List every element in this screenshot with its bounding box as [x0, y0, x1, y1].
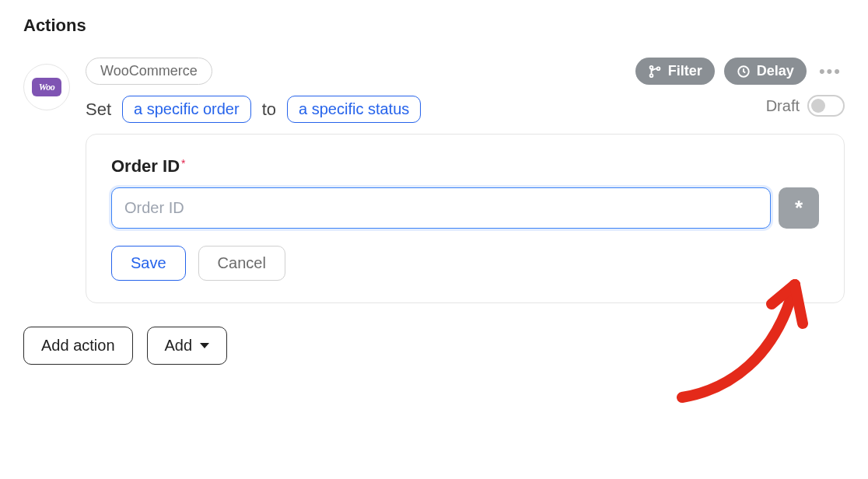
status-token[interactable]: a specific status: [287, 96, 421, 123]
save-button[interactable]: Save: [111, 246, 186, 281]
order-id-label: Order ID: [111, 156, 180, 177]
integration-avatar: Woo: [23, 64, 70, 110]
footer-row: Add action Add: [23, 327, 845, 365]
clock-icon: [737, 65, 751, 79]
token-picker-button[interactable]: *: [779, 187, 819, 229]
sentence-prefix: Set: [86, 100, 111, 120]
order-token[interactable]: a specific order: [122, 96, 251, 123]
woocommerce-logo-icon: Woo: [32, 78, 61, 96]
sentence-middle: to: [262, 100, 276, 120]
filter-button[interactable]: Filter: [635, 58, 715, 85]
editor-button-row: Save Cancel: [111, 246, 819, 281]
add-dropdown-button[interactable]: Add: [147, 327, 228, 365]
add-label: Add: [165, 337, 193, 355]
action-body: WooCommerce Filter Delay ••• Set a speci…: [86, 58, 845, 303]
required-mark: *: [181, 157, 185, 170]
action-block: Woo WooCommerce Filter Delay ••• Set: [23, 58, 845, 303]
draft-label: Draft: [766, 97, 800, 115]
input-row: *: [111, 187, 819, 229]
branch-icon: [648, 65, 662, 79]
header-row: WooCommerce Filter Delay •••: [86, 58, 845, 85]
add-action-button[interactable]: Add action: [23, 327, 133, 365]
svg-point-2: [656, 67, 660, 70]
more-icon[interactable]: •••: [816, 61, 845, 82]
draft-toggle[interactable]: [807, 95, 845, 117]
svg-point-1: [649, 74, 653, 77]
section-title: Actions: [23, 16, 845, 36]
delay-button[interactable]: Delay: [724, 58, 807, 85]
editor-card: Order ID* * Save Cancel: [86, 134, 845, 303]
toggle-knob: [811, 99, 825, 113]
svg-point-0: [649, 65, 653, 68]
cancel-button[interactable]: Cancel: [198, 246, 285, 281]
field-label-wrap: Order ID*: [111, 156, 819, 187]
filter-label: Filter: [668, 63, 702, 79]
chevron-down-icon: [200, 343, 209, 348]
delay-label: Delay: [757, 63, 794, 79]
order-id-input[interactable]: [111, 187, 771, 229]
integration-chip[interactable]: WooCommerce: [86, 58, 212, 85]
